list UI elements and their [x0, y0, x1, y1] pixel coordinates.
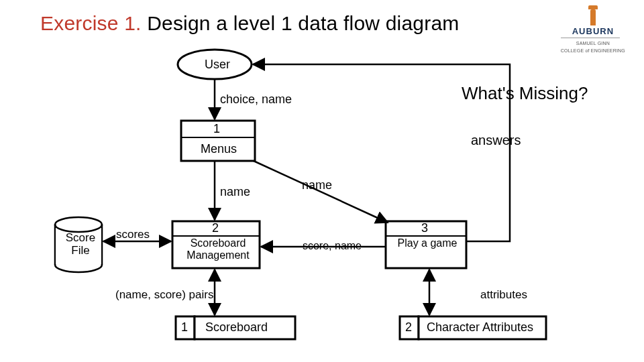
flow-choice-name-label: choice, name	[220, 93, 292, 107]
datastore-1-name: Scoreboard	[205, 320, 268, 335]
process-1-num: 1	[213, 122, 220, 136]
process-2-num: 2	[212, 221, 219, 235]
entity-user-label: User	[205, 58, 230, 72]
flow-attributes-label: attributes	[480, 288, 527, 302]
whats-missing-label: What's Missing?	[462, 83, 588, 104]
process-3-num: 3	[421, 221, 428, 235]
process-2-name: Scoreboard Management	[184, 237, 252, 261]
flow-score-name-label: score, name	[302, 240, 362, 252]
datastore-1-num: 1	[181, 320, 188, 335]
flow-name1-label: name	[220, 185, 250, 199]
datastore-2-num: 2	[405, 320, 412, 335]
flow-scores-label: scores	[116, 228, 150, 241]
flow-name2-label: name	[302, 178, 332, 192]
process-1-name: Menus	[201, 142, 237, 156]
flow-pairs-label: (name, score) pairs	[115, 288, 213, 302]
process-3-name: Play a game	[397, 237, 458, 249]
flow-answers-label: answers	[471, 133, 521, 148]
datastore-scorefile-label: Score File	[64, 231, 97, 257]
datastore-2-name: Character Attributes	[427, 320, 533, 335]
